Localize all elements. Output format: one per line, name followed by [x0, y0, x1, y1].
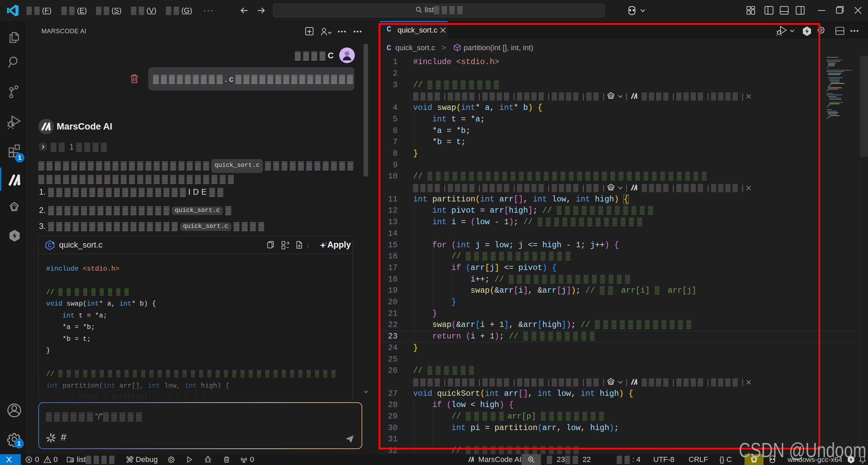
svg-text:C: C [48, 243, 52, 248]
